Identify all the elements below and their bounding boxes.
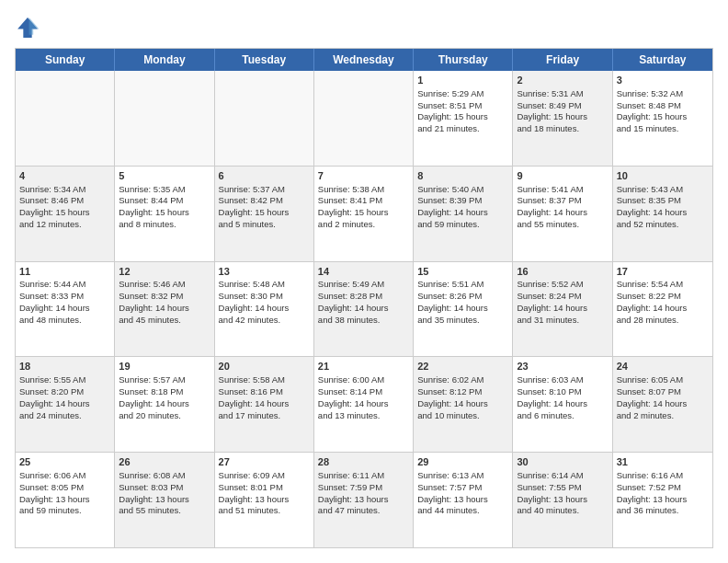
header-day-monday: Monday	[115, 49, 214, 71]
day-cell-31: 31Sunrise: 6:16 AMSunset: 7:52 PMDayligh…	[613, 453, 712, 547]
day-content-line: and 55 minutes.	[119, 505, 210, 517]
day-content-line: and 8 minutes.	[119, 219, 210, 231]
header-day-wednesday: Wednesday	[314, 49, 414, 71]
day-number: 4	[19, 169, 110, 183]
day-content-line: Daylight: 15 hours	[19, 207, 110, 219]
day-content-line: Sunrise: 5:51 AM	[417, 279, 508, 291]
day-content-line: Sunset: 8:12 PM	[417, 386, 508, 398]
logo	[15, 15, 44, 40]
day-content-line: and 44 minutes.	[417, 505, 508, 517]
day-number: 21	[318, 360, 409, 373]
day-cell-19: 19Sunrise: 5:57 AMSunset: 8:18 PMDayligh…	[115, 357, 214, 452]
day-number: 26	[119, 455, 210, 469]
day-number: 29	[417, 455, 508, 469]
day-content-line: Daylight: 13 hours	[219, 494, 310, 506]
day-number: 31	[617, 455, 709, 469]
day-content-line: Sunset: 8:48 PM	[617, 100, 709, 112]
day-content-line: Daylight: 13 hours	[617, 494, 709, 506]
day-content-line: Sunset: 8:30 PM	[219, 291, 310, 303]
day-content-line: Sunset: 7:57 PM	[417, 482, 508, 494]
day-cell-18: 18Sunrise: 5:55 AMSunset: 8:20 PMDayligh…	[16, 357, 115, 452]
day-content-line: Sunset: 8:32 PM	[119, 291, 210, 303]
day-cell-25: 25Sunrise: 6:06 AMSunset: 8:05 PMDayligh…	[16, 453, 115, 547]
day-cell-15: 15Sunrise: 5:51 AMSunset: 8:26 PMDayligh…	[414, 262, 513, 357]
day-content-line: Daylight: 15 hours	[219, 207, 310, 219]
day-content-line: Sunrise: 5:32 AM	[617, 88, 709, 100]
day-content-line: Sunrise: 6:03 AM	[517, 374, 608, 386]
day-content-line: Sunset: 8:07 PM	[617, 386, 709, 398]
svg-marker-1	[29, 17, 40, 35]
day-content-line: Sunrise: 5:37 AM	[219, 184, 310, 196]
day-content-line: Sunrise: 6:14 AM	[517, 470, 608, 482]
day-content-line: Sunset: 8:03 PM	[119, 482, 210, 494]
day-content-line: Daylight: 14 hours	[517, 398, 608, 410]
day-content-line: and 51 minutes.	[219, 505, 310, 517]
day-content-line: Daylight: 14 hours	[19, 303, 110, 315]
day-number: 5	[119, 169, 210, 183]
empty-cell	[215, 71, 314, 166]
day-content-line: and 18 minutes.	[517, 123, 608, 135]
day-content-line: Sunrise: 6:08 AM	[119, 470, 210, 482]
day-cell-16: 16Sunrise: 5:52 AMSunset: 8:24 PMDayligh…	[513, 262, 612, 357]
day-content-line: Daylight: 15 hours	[517, 111, 608, 123]
day-cell-5: 5Sunrise: 5:35 AMSunset: 8:44 PMDaylight…	[115, 167, 214, 261]
day-content-line: Sunset: 8:46 PM	[19, 195, 110, 207]
day-number: 17	[617, 265, 709, 279]
day-cell-29: 29Sunrise: 6:13 AMSunset: 7:57 PMDayligh…	[414, 453, 513, 547]
day-content-line: Sunset: 7:55 PM	[517, 482, 608, 494]
day-content-line: and 17 minutes.	[219, 410, 310, 422]
day-cell-3: 3Sunrise: 5:32 AMSunset: 8:48 PMDaylight…	[613, 71, 712, 166]
day-content-line: Daylight: 15 hours	[318, 207, 409, 219]
day-number: 11	[19, 265, 110, 279]
day-number: 24	[617, 360, 709, 373]
calendar-body: 1Sunrise: 5:29 AMSunset: 8:51 PMDaylight…	[16, 71, 712, 547]
day-content-line: and 13 minutes.	[318, 410, 409, 422]
day-content-line: Sunset: 8:42 PM	[219, 195, 310, 207]
day-content-line: Daylight: 14 hours	[517, 207, 608, 219]
day-content-line: Sunrise: 5:38 AM	[318, 184, 409, 196]
calendar-row-3: 18Sunrise: 5:55 AMSunset: 8:20 PMDayligh…	[16, 356, 712, 452]
day-content-line: Sunset: 8:14 PM	[318, 386, 409, 398]
day-content-line: and 45 minutes.	[119, 315, 210, 327]
day-content-line: and 24 minutes.	[19, 410, 110, 422]
day-content-line: Daylight: 14 hours	[119, 398, 210, 410]
day-content-line: and 40 minutes.	[517, 505, 608, 517]
day-content-line: Sunset: 8:28 PM	[318, 291, 409, 303]
day-cell-22: 22Sunrise: 6:02 AMSunset: 8:12 PMDayligh…	[414, 357, 513, 452]
day-content-line: Sunrise: 6:02 AM	[417, 374, 508, 386]
day-cell-17: 17Sunrise: 5:54 AMSunset: 8:22 PMDayligh…	[613, 262, 712, 357]
day-content-line: Sunrise: 5:40 AM	[417, 184, 508, 196]
day-content-line: Sunset: 8:35 PM	[617, 195, 709, 207]
day-cell-13: 13Sunrise: 5:48 AMSunset: 8:30 PMDayligh…	[215, 262, 314, 357]
day-cell-21: 21Sunrise: 6:00 AMSunset: 8:14 PMDayligh…	[314, 357, 414, 452]
day-content-line: Sunrise: 6:13 AM	[417, 470, 508, 482]
page: SundayMondayTuesdayWednesdayThursdayFrid…	[0, 0, 728, 563]
day-number: 10	[617, 169, 709, 183]
day-cell-6: 6Sunrise: 5:37 AMSunset: 8:42 PMDaylight…	[215, 167, 314, 261]
day-content-line: Daylight: 14 hours	[417, 303, 508, 315]
day-content-line: Daylight: 14 hours	[617, 398, 709, 410]
empty-cell	[115, 71, 214, 166]
day-number: 30	[517, 455, 608, 469]
header-day-tuesday: Tuesday	[215, 49, 314, 71]
day-content-line: Sunrise: 5:57 AM	[119, 374, 210, 386]
day-content-line: and 2 minutes.	[318, 219, 409, 231]
day-number: 27	[219, 455, 310, 469]
day-content-line: Sunrise: 6:16 AM	[617, 470, 709, 482]
day-cell-11: 11Sunrise: 5:44 AMSunset: 8:33 PMDayligh…	[16, 262, 115, 357]
day-cell-9: 9Sunrise: 5:41 AMSunset: 8:37 PMDaylight…	[513, 167, 612, 261]
day-content-line: Sunset: 8:33 PM	[19, 291, 110, 303]
day-number: 23	[517, 360, 608, 373]
day-content-line: Sunset: 8:26 PM	[417, 291, 508, 303]
day-number: 25	[19, 455, 110, 469]
day-content-line: and 38 minutes.	[318, 315, 409, 327]
day-content-line: and 20 minutes.	[119, 410, 210, 422]
day-number: 9	[517, 169, 608, 183]
day-number: 16	[517, 265, 608, 279]
day-content-line: and 59 minutes.	[19, 505, 110, 517]
day-content-line: Sunset: 7:52 PM	[617, 482, 709, 494]
day-content-line: Daylight: 14 hours	[617, 303, 709, 315]
day-content-line: Sunrise: 6:11 AM	[318, 470, 409, 482]
day-content-line: Sunset: 8:22 PM	[617, 291, 709, 303]
day-content-line: Daylight: 14 hours	[417, 207, 508, 219]
